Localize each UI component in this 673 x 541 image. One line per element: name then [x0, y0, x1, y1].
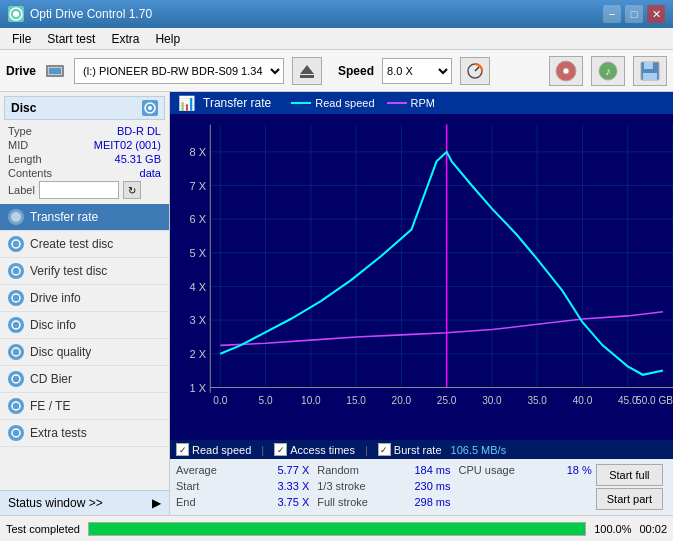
close-button[interactable]: ✕	[647, 5, 665, 23]
sidebar: Disc Type BD-R DL MID MEIT02 (001) Lengt…	[0, 92, 170, 515]
speed-select[interactable]: 8.0 X	[382, 58, 452, 84]
transfer-rate-label: Transfer rate	[30, 210, 98, 224]
svg-text:0.0: 0.0	[213, 395, 227, 406]
start-part-button[interactable]: Start part	[596, 488, 663, 510]
drive-info-label: Drive info	[30, 291, 81, 305]
svg-point-21	[12, 294, 20, 302]
disc-label-input[interactable]	[39, 181, 119, 199]
menu-file[interactable]: File	[4, 30, 39, 48]
svg-rect-15	[643, 73, 657, 80]
start-value: 3.33 X	[277, 480, 309, 492]
status-window-button[interactable]: Status window >> ▶	[0, 490, 169, 515]
legend-read-speed: Read speed	[291, 97, 374, 109]
end-value: 3.75 X	[277, 496, 309, 508]
minimize-button[interactable]: −	[603, 5, 621, 23]
svg-text:1 X: 1 X	[190, 381, 207, 393]
sidebar-item-fe-te[interactable]: FE / TE	[0, 393, 169, 420]
end-row: End 3.75 X	[176, 494, 309, 510]
svg-point-18	[11, 212, 21, 222]
average-value: 5.77 X	[277, 464, 309, 476]
chart-legend: Read speed RPM	[291, 97, 435, 109]
titlebar: Opti Drive Control 1.70 − □ ✕	[0, 0, 673, 28]
average-row: Average 5.77 X	[176, 462, 309, 478]
burst-rate-stat: ✓ Burst rate 106.5 MB/s	[378, 443, 506, 456]
chart-container: 1 X 2 X 3 X 4 X 5 X 6 X 7 X 8 X 0.0 5.0 …	[170, 114, 673, 440]
svg-text:5.0: 5.0	[259, 395, 273, 406]
legend-read-label: Read speed	[315, 97, 374, 109]
eject-button[interactable]	[292, 57, 322, 85]
disc-label-label: Label	[8, 184, 35, 196]
drive-info-icon	[8, 290, 24, 306]
read-speed-checkbox[interactable]: ✓	[176, 443, 189, 456]
disc-header: Disc	[4, 96, 165, 120]
random-label: Random	[317, 464, 359, 476]
action-buttons: Start full Start part	[592, 462, 667, 512]
sidebar-item-cd-bier[interactable]: CD Bier	[0, 366, 169, 393]
full-stroke-label: Full stroke	[317, 496, 368, 508]
disc-header-label: Disc	[11, 101, 36, 115]
extra-tests-label: Extra tests	[30, 426, 87, 440]
svg-rect-4	[49, 68, 61, 74]
disc-length-label: Length	[8, 153, 42, 165]
burst-rate-stat-label: Burst rate	[394, 444, 442, 456]
chart-title: Transfer rate	[203, 96, 271, 110]
access-times-checkbox[interactable]: ✓	[274, 443, 287, 456]
save-icon-button[interactable]	[633, 56, 667, 86]
svg-line-8	[475, 67, 479, 71]
svg-text:6 X: 6 X	[190, 213, 207, 225]
sidebar-item-verify-test-disc[interactable]: Verify test disc	[0, 258, 169, 285]
svg-marker-5	[300, 65, 314, 74]
transfer-rate-icon	[8, 209, 24, 225]
start-full-button[interactable]: Start full	[596, 464, 663, 486]
svg-text:35.0: 35.0	[527, 395, 547, 406]
chart-icon: 📊	[178, 95, 195, 111]
disc-icon-button[interactable]	[549, 56, 583, 86]
cd-bier-icon	[8, 371, 24, 387]
data-rows: Average 5.77 X Start 3.33 X End 3.75 X R…	[170, 459, 673, 515]
svg-text:♪: ♪	[605, 65, 611, 77]
svg-point-26	[12, 429, 20, 437]
cpu-usage-label: CPU usage	[459, 464, 515, 476]
disc-contents-row: Contents data	[4, 166, 165, 180]
menu-help[interactable]: Help	[147, 30, 188, 48]
titlebar-controls: − □ ✕	[603, 5, 665, 23]
label-refresh-button[interactable]: ↻	[123, 181, 141, 199]
status-window-arrow: ▶	[152, 496, 161, 510]
titlebar-left: Opti Drive Control 1.70	[8, 6, 152, 22]
speed-icon-button[interactable]	[460, 57, 490, 85]
tools-icon-button[interactable]: ♪	[591, 56, 625, 86]
elapsed-time: 00:02	[639, 523, 667, 535]
cd-bier-label: CD Bier	[30, 372, 72, 386]
random-row: Random 184 ms	[317, 462, 450, 478]
disc-mid-label: MID	[8, 139, 28, 151]
stroke-1-3-value: 230 ms	[414, 480, 450, 492]
svg-point-25	[12, 402, 20, 410]
drive-select[interactable]: (l:) PIONEER BD-RW BDR-S09 1.34	[74, 58, 284, 84]
sidebar-item-create-test-disc[interactable]: Create test disc	[0, 231, 169, 258]
sidebar-item-drive-info[interactable]: Drive info	[0, 285, 169, 312]
sidebar-item-disc-info[interactable]: Disc info	[0, 312, 169, 339]
menu-extra[interactable]: Extra	[103, 30, 147, 48]
legend-read-color	[291, 102, 311, 104]
disc-info-icon	[8, 317, 24, 333]
svg-text:40.0: 40.0	[573, 395, 593, 406]
extra-tests-icon	[8, 425, 24, 441]
sidebar-item-disc-quality[interactable]: Disc quality	[0, 339, 169, 366]
legend-rpm-label: RPM	[411, 97, 435, 109]
burst-rate-checkbox[interactable]: ✓	[378, 443, 391, 456]
maximize-button[interactable]: □	[625, 5, 643, 23]
disc-mid-row: MID MEIT02 (001)	[4, 138, 165, 152]
svg-text:45.0: 45.0	[618, 395, 638, 406]
drive-label: Drive	[6, 64, 36, 78]
start-label: Start	[176, 480, 199, 492]
chart-area: 📊 Transfer rate Read speed RPM	[170, 92, 673, 515]
sidebar-item-transfer-rate[interactable]: Transfer rate	[0, 204, 169, 231]
fe-te-icon	[8, 398, 24, 414]
svg-point-10	[563, 68, 569, 74]
svg-point-17	[148, 106, 152, 110]
col-mid: Random 184 ms 1/3 stroke 230 ms Full str…	[309, 462, 450, 512]
menu-start-test[interactable]: Start test	[39, 30, 103, 48]
progress-percent: 100.0%	[594, 523, 631, 535]
sidebar-item-extra-tests[interactable]: Extra tests	[0, 420, 169, 447]
drive-icon	[44, 60, 66, 82]
